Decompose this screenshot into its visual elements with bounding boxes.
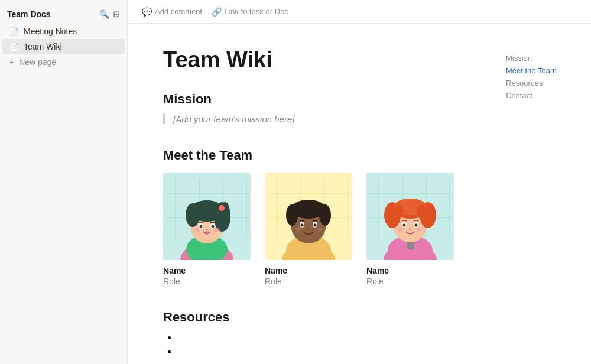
team-member-3: Name Role [366,173,454,286]
avatar-1 [163,173,251,260]
svg-rect-28 [348,178,349,238]
member-3-name: Name [366,266,454,275]
svg-point-42 [307,228,310,230]
toc-item-meet-the-team[interactable]: Meet the Team [506,64,582,77]
add-comment-button[interactable]: 💬 Add comment [142,7,202,17]
link-label: Link to task or Doc [225,7,288,16]
link-icon: 🔗 [212,7,222,17]
app-title: Team Docs [7,9,51,19]
svg-point-62 [417,204,426,219]
svg-point-43 [295,228,301,232]
svg-point-44 [316,228,322,232]
resources-heading: Resources [163,310,461,325]
toc-item-resources[interactable]: Resources [506,77,582,89]
content-area: Team Wiki Mission [Add your team's missi… [128,24,591,364]
page-content: Team Wiki Mission [Add your team's missi… [128,24,496,364]
avatar-2 [265,173,352,260]
page-title: Team Wiki [163,47,461,73]
team-grid: Name Role [163,173,461,286]
list-item [177,332,461,342]
svg-point-41 [314,224,317,227]
link-task-button[interactable]: 🔗 Link to task or Doc [212,7,288,17]
svg-point-19 [212,225,215,228]
new-page-label: New page [19,57,56,67]
meet-the-team-section: Meet the Team [163,148,461,286]
svg-rect-46 [378,178,379,238]
svg-point-13 [186,203,200,227]
sidebar-item-label: Team Wiki [24,42,62,51]
list-item [177,346,461,356]
add-comment-label: Add comment [155,7,202,16]
toc-item-contact[interactable]: Contact [506,89,582,102]
member-1-role: Role [163,277,251,286]
collapse-icon[interactable]: ⊟ [113,9,120,19]
table-of-contents: Mission Meet the Team Resources Contact [496,24,591,364]
svg-point-37 [319,204,331,226]
main-area: 💬 Add comment 🔗 Link to task or Doc Team… [128,0,591,364]
sidebar-item-label: Meeting Notes [24,27,77,36]
resources-list [163,332,461,364]
plus-icon: + [9,57,14,67]
svg-point-61 [394,204,404,219]
new-page-button[interactable]: + New page [2,54,125,70]
comment-icon: 💬 [142,7,152,17]
svg-point-20 [204,231,210,235]
sidebar-item-team-wiki[interactable]: 📄 Team Wiki [2,39,125,54]
svg-point-40 [301,224,304,227]
search-icon[interactable]: 🔍 [99,9,109,19]
member-2-name: Name [265,266,352,275]
member-3-role: Role [366,277,454,286]
svg-point-66 [415,224,418,227]
sidebar-header-actions: 🔍 ⊟ [99,9,120,19]
svg-point-36 [286,204,298,226]
list-item [177,360,461,364]
svg-point-15 [219,205,225,211]
doc-icon: 📄 [9,27,19,36]
svg-point-69 [416,227,423,232]
team-member-1: Name Role [163,173,251,286]
doc-icon: 📄 [9,43,19,51]
mission-heading: Mission [163,92,461,107]
mission-placeholder[interactable]: [Add your team's mission here] [163,114,461,124]
svg-rect-50 [369,193,452,194]
svg-point-21 [194,228,201,232]
svg-point-23 [206,229,208,230]
svg-point-65 [403,224,406,227]
svg-rect-49 [449,178,450,238]
svg-point-67 [409,229,412,230]
avatar-3 [366,173,454,260]
svg-rect-4 [246,178,247,238]
svg-rect-5 [166,193,249,194]
meet-the-team-heading: Meet the Team [163,148,461,163]
sidebar: Team Docs 🔍 ⊟ 📄 Meeting Notes 📄 Team Wik… [0,0,128,364]
svg-point-18 [200,225,203,228]
sidebar-item-meeting-notes[interactable]: 📄 Meeting Notes [2,24,125,39]
svg-point-68 [397,227,404,232]
member-1-name: Name [163,266,251,275]
svg-point-22 [213,228,220,232]
svg-rect-29 [268,193,350,194]
member-2-role: Role [265,277,352,286]
svg-rect-25 [277,178,278,238]
svg-rect-1 [175,178,176,238]
resources-section: Resources [163,310,461,364]
toolbar: 💬 Add comment 🔗 Link to task or Doc [128,0,591,24]
toc-item-mission[interactable]: Mission [506,52,582,64]
sidebar-header: Team Docs 🔍 ⊟ [0,5,127,24]
team-member-2: Name Role [265,173,352,286]
